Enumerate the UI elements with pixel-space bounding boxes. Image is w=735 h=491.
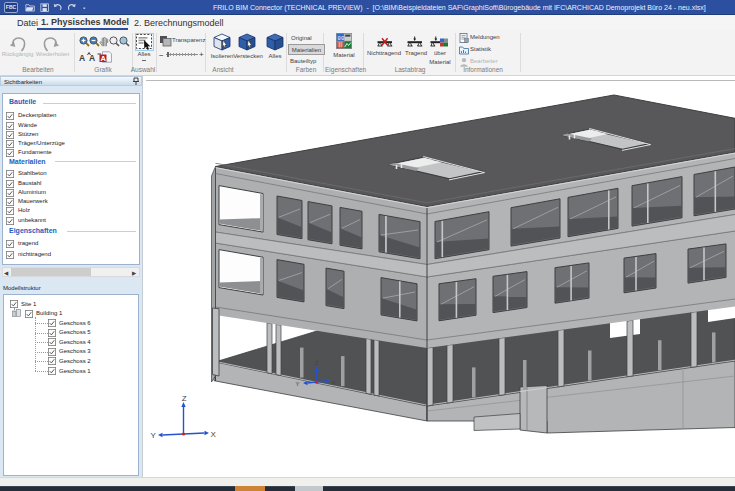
svg-text:X: X — [211, 430, 217, 439]
svg-text:Z: Z — [182, 394, 187, 403]
svg-text:A: A — [101, 54, 107, 63]
svg-text:A: A — [79, 53, 85, 62]
svg-text:Y: Y — [296, 381, 300, 387]
svg-text:X: X — [332, 380, 336, 386]
svg-text:00: 00 — [338, 35, 345, 42]
svg-text:A: A — [89, 53, 95, 62]
svg-text:Y: Y — [151, 431, 157, 440]
svg-text:Z: Z — [315, 360, 319, 366]
